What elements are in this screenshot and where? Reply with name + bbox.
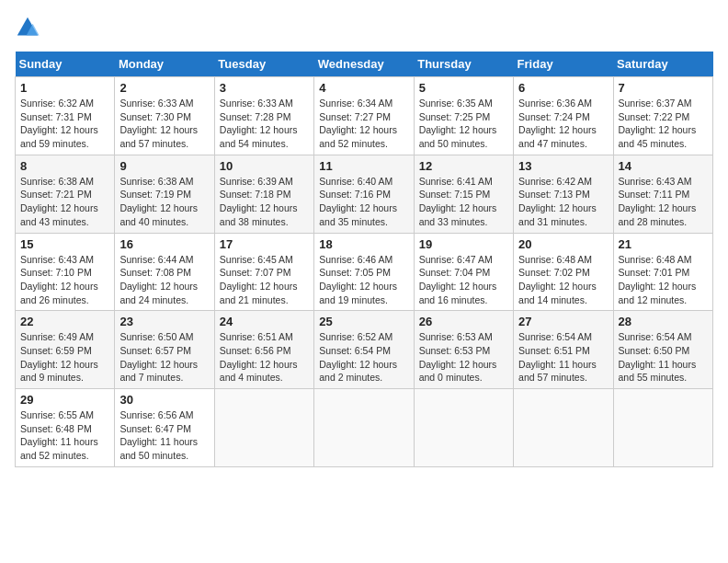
day-number: 29 — [20, 393, 109, 407]
calendar-week-row: 8Sunrise: 6:38 AMSunset: 7:21 PMDaylight… — [16, 155, 713, 233]
day-number: 22 — [20, 315, 109, 328]
calendar-cell: 11Sunrise: 6:40 AMSunset: 7:16 PMDayligh… — [314, 155, 414, 233]
calendar-cell: 14Sunrise: 6:43 AMSunset: 7:11 PMDayligh… — [613, 155, 712, 233]
day-info: Sunrise: 6:52 AMSunset: 6:54 PMDaylight:… — [319, 330, 408, 385]
day-number: 8 — [20, 159, 109, 173]
calendar-cell: 25Sunrise: 6:52 AMSunset: 6:54 PMDayligh… — [314, 311, 414, 389]
day-info: Sunrise: 6:49 AMSunset: 6:59 PMDaylight:… — [20, 330, 109, 385]
calendar-cell — [314, 389, 414, 467]
day-info: Sunrise: 6:56 AMSunset: 6:47 PMDaylight:… — [119, 408, 209, 463]
day-number: 15 — [20, 237, 109, 251]
calendar-cell: 9Sunrise: 6:38 AMSunset: 7:19 PMDaylight… — [115, 155, 214, 233]
calendar-cell: 20Sunrise: 6:48 AMSunset: 7:02 PMDayligh… — [514, 233, 613, 311]
day-info: Sunrise: 6:37 AMSunset: 7:22 PMDaylight:… — [619, 97, 708, 151]
weekday-header-wednesday: Wednesday — [314, 52, 414, 77]
day-number: 30 — [119, 393, 209, 407]
day-info: Sunrise: 6:42 AMSunset: 7:13 PMDaylight:… — [518, 175, 608, 229]
calendar-cell: 4Sunrise: 6:34 AMSunset: 7:27 PMDaylight… — [314, 77, 414, 155]
day-info: Sunrise: 6:33 AMSunset: 7:28 PMDaylight:… — [220, 97, 309, 151]
weekday-header-monday: Monday — [115, 52, 214, 77]
calendar-cell: 10Sunrise: 6:39 AMSunset: 7:18 PMDayligh… — [214, 155, 313, 233]
day-number: 23 — [119, 315, 209, 328]
day-number: 2 — [119, 81, 209, 95]
day-info: Sunrise: 6:35 AMSunset: 7:25 PMDaylight:… — [419, 97, 508, 151]
day-info: Sunrise: 6:48 AMSunset: 7:02 PMDaylight:… — [518, 253, 608, 307]
calendar-cell: 2Sunrise: 6:33 AMSunset: 7:30 PMDaylight… — [115, 77, 214, 155]
calendar-cell: 18Sunrise: 6:46 AMSunset: 7:05 PMDayligh… — [314, 233, 414, 311]
weekday-header-saturday: Saturday — [613, 52, 712, 77]
day-info: Sunrise: 6:55 AMSunset: 6:48 PMDaylight:… — [20, 408, 109, 463]
day-number: 4 — [319, 81, 408, 95]
day-number: 21 — [619, 237, 708, 251]
day-info: Sunrise: 6:38 AMSunset: 7:19 PMDaylight:… — [119, 175, 209, 229]
day-number: 24 — [220, 315, 309, 328]
calendar-week-row: 1Sunrise: 6:32 AMSunset: 7:31 PMDaylight… — [16, 77, 713, 155]
day-number: 25 — [319, 315, 408, 328]
day-info: Sunrise: 6:50 AMSunset: 6:57 PMDaylight:… — [119, 330, 209, 385]
day-number: 12 — [419, 159, 508, 173]
calendar-cell: 28Sunrise: 6:54 AMSunset: 6:50 PMDayligh… — [613, 311, 712, 389]
weekday-header-tuesday: Tuesday — [214, 52, 313, 77]
calendar-cell: 27Sunrise: 6:54 AMSunset: 6:51 PMDayligh… — [514, 311, 613, 389]
calendar-cell: 30Sunrise: 6:56 AMSunset: 6:47 PMDayligh… — [115, 389, 214, 467]
calendar-cell: 16Sunrise: 6:44 AMSunset: 7:08 PMDayligh… — [115, 233, 214, 311]
weekday-header-sunday: Sunday — [16, 52, 115, 77]
calendar-cell: 12Sunrise: 6:41 AMSunset: 7:15 PMDayligh… — [414, 155, 513, 233]
weekday-header-thursday: Thursday — [414, 52, 513, 77]
day-info: Sunrise: 6:32 AMSunset: 7:31 PMDaylight:… — [20, 97, 109, 151]
calendar-cell: 24Sunrise: 6:51 AMSunset: 6:56 PMDayligh… — [214, 311, 313, 389]
calendar-cell — [214, 389, 313, 467]
day-number: 16 — [119, 237, 209, 251]
calendar-cell: 3Sunrise: 6:33 AMSunset: 7:28 PMDaylight… — [214, 77, 313, 155]
day-info: Sunrise: 6:44 AMSunset: 7:08 PMDaylight:… — [119, 253, 209, 307]
day-info: Sunrise: 6:39 AMSunset: 7:18 PMDaylight:… — [220, 175, 309, 229]
day-info: Sunrise: 6:43 AMSunset: 7:10 PMDaylight:… — [20, 253, 109, 307]
calendar-table: SundayMondayTuesdayWednesdayThursdayFrid… — [15, 52, 713, 467]
calendar-cell: 5Sunrise: 6:35 AMSunset: 7:25 PMDaylight… — [414, 77, 513, 155]
day-number: 10 — [220, 159, 309, 173]
calendar-cell: 23Sunrise: 6:50 AMSunset: 6:57 PMDayligh… — [115, 311, 214, 389]
day-number: 17 — [220, 237, 309, 251]
calendar-cell: 26Sunrise: 6:53 AMSunset: 6:53 PMDayligh… — [414, 311, 513, 389]
day-info: Sunrise: 6:54 AMSunset: 6:50 PMDaylight:… — [619, 330, 708, 385]
logo — [15, 15, 44, 40]
day-info: Sunrise: 6:53 AMSunset: 6:53 PMDaylight:… — [419, 330, 508, 385]
calendar-cell: 8Sunrise: 6:38 AMSunset: 7:21 PMDaylight… — [16, 155, 115, 233]
day-info: Sunrise: 6:45 AMSunset: 7:07 PMDaylight:… — [220, 253, 309, 307]
day-info: Sunrise: 6:51 AMSunset: 6:56 PMDaylight:… — [220, 330, 309, 385]
calendar-cell — [414, 389, 513, 467]
day-info: Sunrise: 6:48 AMSunset: 7:01 PMDaylight:… — [619, 253, 708, 307]
day-number: 7 — [619, 81, 708, 95]
calendar-cell: 6Sunrise: 6:36 AMSunset: 7:24 PMDaylight… — [514, 77, 613, 155]
day-number: 13 — [518, 159, 608, 173]
calendar-cell — [514, 389, 613, 467]
calendar-cell: 22Sunrise: 6:49 AMSunset: 6:59 PMDayligh… — [16, 311, 115, 389]
day-number: 20 — [518, 237, 608, 251]
calendar-cell: 29Sunrise: 6:55 AMSunset: 6:48 PMDayligh… — [16, 389, 115, 467]
calendar-cell: 17Sunrise: 6:45 AMSunset: 7:07 PMDayligh… — [214, 233, 313, 311]
day-info: Sunrise: 6:38 AMSunset: 7:21 PMDaylight:… — [20, 175, 109, 229]
day-number: 6 — [518, 81, 608, 95]
day-number: 9 — [119, 159, 209, 173]
calendar-week-row: 15Sunrise: 6:43 AMSunset: 7:10 PMDayligh… — [16, 233, 713, 311]
day-info: Sunrise: 6:46 AMSunset: 7:05 PMDaylight:… — [319, 253, 408, 307]
weekday-header-friday: Friday — [514, 52, 613, 77]
day-info: Sunrise: 6:43 AMSunset: 7:11 PMDaylight:… — [619, 175, 708, 229]
day-number: 3 — [220, 81, 309, 95]
calendar-week-row: 22Sunrise: 6:49 AMSunset: 6:59 PMDayligh… — [16, 311, 713, 389]
calendar-cell: 1Sunrise: 6:32 AMSunset: 7:31 PMDaylight… — [16, 77, 115, 155]
day-info: Sunrise: 6:33 AMSunset: 7:30 PMDaylight:… — [119, 97, 209, 151]
calendar-cell — [613, 389, 712, 467]
day-number: 11 — [319, 159, 408, 173]
day-info: Sunrise: 6:34 AMSunset: 7:27 PMDaylight:… — [319, 97, 408, 151]
calendar-cell: 19Sunrise: 6:47 AMSunset: 7:04 PMDayligh… — [414, 233, 513, 311]
calendar-body: 1Sunrise: 6:32 AMSunset: 7:31 PMDaylight… — [16, 77, 713, 467]
calendar-cell: 7Sunrise: 6:37 AMSunset: 7:22 PMDaylight… — [613, 77, 712, 155]
calendar-week-row: 29Sunrise: 6:55 AMSunset: 6:48 PMDayligh… — [16, 389, 713, 467]
day-number: 28 — [619, 315, 708, 328]
calendar-cell: 21Sunrise: 6:48 AMSunset: 7:01 PMDayligh… — [613, 233, 712, 311]
day-info: Sunrise: 6:40 AMSunset: 7:16 PMDaylight:… — [319, 175, 408, 229]
day-number: 14 — [619, 159, 708, 173]
day-info: Sunrise: 6:47 AMSunset: 7:04 PMDaylight:… — [419, 253, 508, 307]
day-number: 26 — [419, 315, 508, 328]
